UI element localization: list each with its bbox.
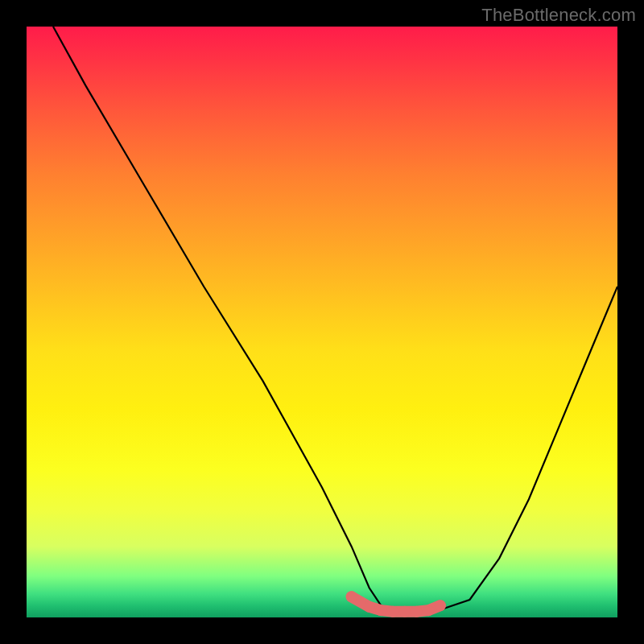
marker-connector bbox=[352, 597, 440, 611]
marker-dot bbox=[387, 606, 398, 617]
chart-svg bbox=[27, 27, 617, 617]
marker-dot bbox=[399, 606, 411, 617]
marker-dot bbox=[375, 605, 386, 616]
marker-dot bbox=[423, 605, 434, 616]
minimum-markers bbox=[346, 591, 446, 617]
marker-dot bbox=[435, 600, 446, 611]
marker-dot bbox=[411, 606, 422, 617]
watermark-text: TheBottleneck.com bbox=[481, 5, 636, 26]
chart-plot-area bbox=[27, 27, 617, 617]
bottleneck-curve bbox=[53, 27, 617, 612]
marker-dot bbox=[346, 591, 357, 602]
marker-dot bbox=[364, 601, 375, 613]
